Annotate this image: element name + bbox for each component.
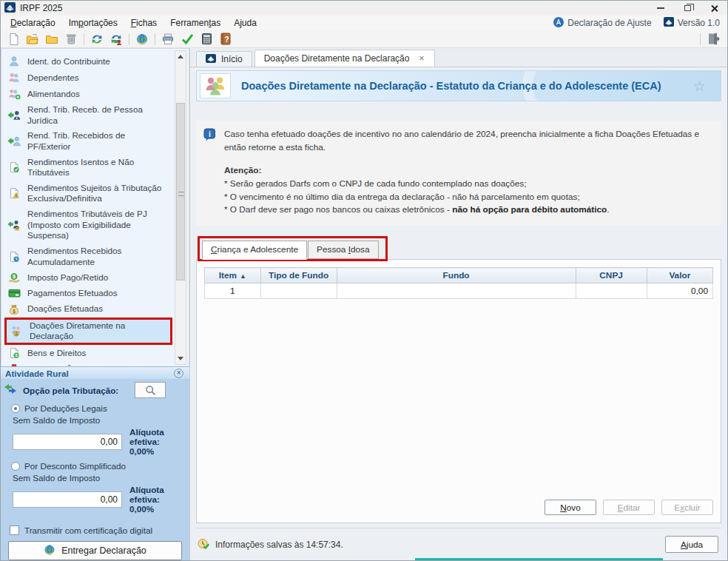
info-attention-label: Atenção: <box>224 164 712 178</box>
radio-button-icon[interactable] <box>11 462 20 471</box>
sidebar-item-dividas[interactable]: Dívidas e Ônus Reais <box>4 361 172 366</box>
saldo-imposto-input[interactable] <box>13 434 122 450</box>
folder-button[interactable] <box>42 31 61 47</box>
close-button[interactable] <box>701 1 727 16</box>
cell-valor[interactable]: 0,00 <box>647 283 712 299</box>
print-button[interactable] <box>158 31 178 47</box>
sidebar: Ident. do Contribuinte Dependentes Alime… <box>1 48 190 560</box>
info-bullet: * O vencimento é no último dia da entreg… <box>224 191 712 204</box>
document-check-icon <box>7 161 21 173</box>
verify-button[interactable] <box>178 31 197 47</box>
radio-desconto-simplificado[interactable]: Por Desconto Simplificado <box>1 457 189 471</box>
cell-tipo-de-fundo[interactable] <box>260 283 337 299</box>
menu-importacoes[interactable]: Importações <box>62 16 124 30</box>
sidebar-item-rend-exclusiva[interactable]: Rendimentos Sujeitos à Tributação Exclus… <box>4 181 172 206</box>
column-header-fundo[interactable]: Fundo <box>337 268 576 283</box>
sidebar-item-rend-trib-pf[interactable]: Rend. Trib. Recebidos de PF/Exterior <box>4 128 172 154</box>
declaracao-de-ajuste-badge: Declaração de Ajuste <box>553 17 651 30</box>
cell-fundo[interactable] <box>337 283 576 299</box>
sidebar-item-pagamentos[interactable]: Pagamentos Efetuados <box>4 286 172 301</box>
sidebar-item-alimentandos[interactable]: Alimentandos <box>4 86 172 102</box>
checkbox-icon[interactable] <box>10 525 19 535</box>
sidebar-item-label: Imposto Pago/Retido <box>27 272 108 283</box>
menu-fichas[interactable]: Fichas <box>124 16 164 30</box>
people-icon <box>7 72 21 84</box>
restore-backup-person-button[interactable] <box>107 31 126 47</box>
panel-close-icon[interactable] <box>174 369 183 378</box>
sidebar-item-label: Rendimentos Sujeitos à Tributação Exclus… <box>27 183 169 204</box>
aliquota-efetiva-value: Alíquota efetiva: 0,00% <box>129 427 183 456</box>
certificacao-digital-option[interactable]: Transmitir com certificação digital <box>1 515 189 538</box>
sidebar-item-rend-trib-pj[interactable]: Rend. Trib. Receb. de Pessoa Jurídica <box>4 102 172 128</box>
new-declaration-button[interactable] <box>4 31 23 47</box>
radio-button-icon[interactable] <box>11 404 20 413</box>
saldo-imposto-input[interactable] <box>13 491 122 508</box>
help-book-button[interactable]: ? <box>216 31 235 47</box>
sidebar-scrollbar[interactable] <box>175 50 186 365</box>
sidebar-item-rend-acumuladamente[interactable]: Rendimentos Recebidos Acumuladamente <box>4 243 172 269</box>
subtab-crianca-adolescente[interactable]: Criança e Adolescente <box>202 241 307 260</box>
transmit-button[interactable] <box>132 31 152 47</box>
sidebar-item-label: Doações Efetuadas <box>27 303 103 315</box>
cell-item[interactable]: 1 <box>205 283 261 299</box>
excluir-button: Excluir <box>661 500 713 515</box>
exit-button[interactable] <box>704 31 723 47</box>
entregar-declaracao-button[interactable]: Entregar Declaração <box>8 541 182 560</box>
menu-ferramentas[interactable]: Ferramentas <box>164 16 227 30</box>
scroll-down-arrow-icon[interactable] <box>175 353 186 364</box>
sidebar-item-ident-contribuinte[interactable]: Ident. do Contribuinte <box>4 53 172 70</box>
column-header-tipo-de-fundo[interactable]: Tipo de Fundo <box>260 268 337 283</box>
sidebar-item-dependentes[interactable]: Dependentes <box>4 70 172 86</box>
svg-text:?: ? <box>224 36 229 44</box>
sidebar-item-label: Alimentandos <box>27 89 80 100</box>
tab-inicio[interactable]: Início <box>196 51 252 67</box>
search-button[interactable] <box>135 382 166 398</box>
sidebar-item-rend-isentos[interactable]: Rendimentos Isentos e Não Tributáveis <box>4 155 172 181</box>
column-header-item[interactable]: Item▲ <box>205 268 261 283</box>
menu-ajuda[interactable]: Ajuda <box>227 16 263 30</box>
open-declaration-button[interactable] <box>23 31 42 47</box>
radio-deducoes-legais[interactable]: Por Deduções Legais <box>1 400 189 413</box>
arrow-person-warning-icon <box>7 219 21 231</box>
ajuste-badge-icon <box>553 17 564 30</box>
sidebar-item-bens-direitos[interactable]: $ Bens e Direitos <box>4 345 172 361</box>
sidebar-item-imposto-pago[interactable]: $ Imposto Pago/Retido <box>4 269 172 286</box>
sidebar-item-label: Rendimentos Tributáveis de PJ (Imposto c… <box>27 209 169 241</box>
column-header-valor[interactable]: Valor <box>647 268 712 283</box>
sidebar-item-doacoes-efetuadas[interactable]: $ Doações Efetuadas <box>4 301 172 318</box>
scrollbar-thumb[interactable] <box>176 103 185 280</box>
ajuda-button[interactable]: Ajuda <box>665 536 718 553</box>
sidebar-item-rend-exigibilidade[interactable]: Rendimentos Tributáveis de PJ (Imposto c… <box>4 206 172 243</box>
printer-icon <box>161 33 175 45</box>
info-icon: i <box>203 128 217 217</box>
window-title: IRPF 2025 <box>20 3 62 13</box>
tab-doacoes-diretamente[interactable]: Doações Diretamente na Declaração × <box>255 50 436 67</box>
credit-card-icon <box>7 288 21 298</box>
table-row[interactable]: 1 0,00 <box>205 283 713 299</box>
scroll-up-arrow-icon[interactable] <box>175 51 186 62</box>
sidebar-item-doacoes-diretamente[interactable]: $ Doações Diretamente na Declaração <box>4 318 172 345</box>
versao-logo-icon <box>664 17 674 29</box>
column-header-cnpj[interactable]: CNPJ <box>576 268 647 283</box>
novo-button[interactable]: Novo <box>545 500 596 515</box>
toolbar-separator <box>84 33 84 45</box>
maximize-button[interactable] <box>674 1 701 16</box>
subtab-pessoa-idosa[interactable]: Pessoa Idosa <box>308 241 379 259</box>
restore-backup-button[interactable] <box>87 31 107 47</box>
calculator-button[interactable] <box>197 31 216 47</box>
sidebar-item-label: Rendimentos Recebidos Acumuladamente <box>27 246 169 267</box>
info-bullet: * O Darf deve ser pago nos bancos ou cai… <box>224 204 712 217</box>
toolbar-separator <box>129 33 129 45</box>
tab-close-icon[interactable]: × <box>417 53 425 64</box>
declaracao-de-ajuste-label: Declaração de Ajuste <box>567 18 651 28</box>
document-clock-icon <box>7 251 21 263</box>
toolbar: ? <box>1 30 727 48</box>
cell-cnpj[interactable] <box>576 283 647 299</box>
toolbar-separator <box>700 33 701 45</box>
info-bullet: * Serão gerados Darfs com o CNPJ de cada… <box>224 178 712 191</box>
aliquota-efetiva-value: Alíquota efetiva: 0,00% <box>129 485 183 514</box>
menu-declaracao[interactable]: Declaração <box>4 16 62 30</box>
clock-check-icon <box>198 537 210 552</box>
delete-declaration-button[interactable] <box>61 31 81 47</box>
minimize-button[interactable] <box>647 1 674 16</box>
